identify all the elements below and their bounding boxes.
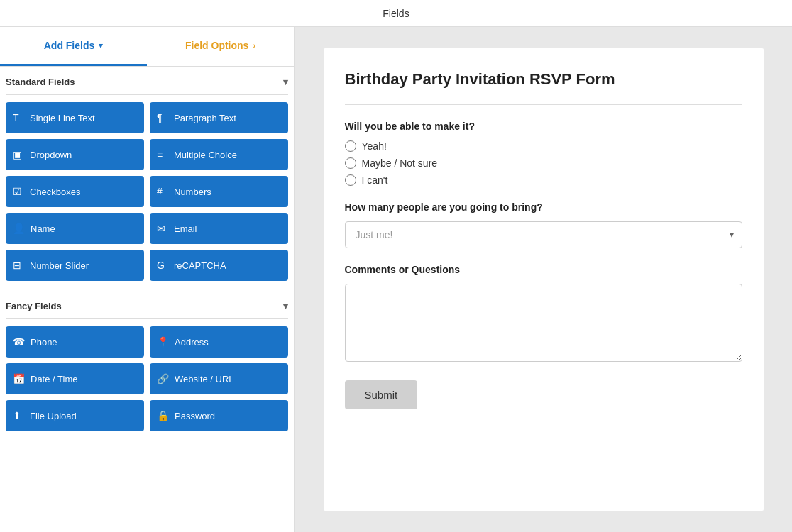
radio-cant[interactable] (345, 174, 356, 186)
fancy-fields-label: Fancy Fields (6, 301, 62, 311)
panel-tabs: Add Fields ▾ Field Options › (0, 27, 294, 67)
slider-icon: ⊟ (13, 260, 24, 271)
top-bar: Fields (0, 0, 792, 27)
tab-field-options[interactable]: Field Options › (147, 27, 294, 66)
field-website-url[interactable]: 🔗 Website / URL (150, 363, 288, 394)
field-password[interactable]: 🔒 Password (150, 400, 288, 431)
option-maybe-label: Maybe / Not sure (362, 157, 438, 169)
field-paragraph-text-label: Paragraph Text (174, 113, 236, 123)
multiplechoice-icon: ≡ (157, 149, 168, 160)
form-divider (345, 104, 742, 105)
fancy-fields-divider (6, 318, 288, 319)
question2-select-wrapper: Just me! 1 extra 2 extra 3 extra 4+ extr… (345, 221, 742, 248)
option-yeah[interactable]: Yeah! (345, 140, 742, 152)
question1-radio-group: Yeah! Maybe / Not sure I can't (345, 140, 742, 186)
standard-fields-grid: T Single Line Text ¶ Paragraph Text ▣ Dr… (0, 102, 294, 291)
field-number-slider-label: Number Slider (30, 260, 89, 271)
radio-yeah[interactable] (345, 140, 356, 152)
tab-field-options-label: Field Options (185, 40, 248, 51)
field-multiple-choice-label: Multiple Choice (174, 150, 237, 160)
question1-label: Will you be able to make it? (345, 121, 742, 132)
standard-fields-divider (6, 94, 288, 95)
address-icon: 📍 (157, 336, 169, 348)
field-multiple-choice[interactable]: ≡ Multiple Choice (150, 139, 288, 170)
field-phone[interactable]: ☎ Phone (6, 326, 144, 358)
dropdown-icon: ▣ (13, 149, 24, 160)
field-file-upload[interactable]: ⬆ File Upload (6, 400, 144, 431)
field-address[interactable]: 📍 Address (150, 326, 288, 358)
form-title: Birthday Party Invitation RSVP Form (345, 70, 742, 90)
field-email[interactable]: ✉ Email (150, 213, 288, 244)
standard-fields-label: Standard Fields (6, 77, 75, 87)
question3-label: Comments or Questions (345, 264, 742, 275)
field-datetime-label: Date / Time (31, 374, 77, 384)
field-number-slider[interactable]: ⊟ Number Slider (6, 250, 144, 281)
tab-add-fields-label: Add Fields (44, 40, 95, 51)
radio-maybe[interactable] (345, 157, 356, 169)
phone-icon: ☎ (13, 336, 25, 348)
email-icon: ✉ (157, 223, 168, 234)
password-icon: 🔒 (157, 410, 169, 421)
text-icon: T (13, 112, 24, 123)
main-layout: Add Fields ▾ Field Options › Standard Fi… (0, 27, 792, 532)
field-name[interactable]: 👤 Name (6, 213, 144, 244)
field-numbers[interactable]: # Numbers (150, 176, 288, 207)
field-checkboxes[interactable]: ☑ Checkboxes (6, 176, 144, 207)
paragraph-icon: ¶ (157, 112, 168, 123)
field-file-upload-label: File Upload (30, 411, 77, 421)
tab-field-options-chevron: › (253, 41, 255, 50)
field-datetime[interactable]: 📅 Date / Time (6, 363, 144, 394)
option-yeah-label: Yeah! (362, 140, 387, 152)
tab-add-fields[interactable]: Add Fields ▾ (0, 27, 147, 66)
field-phone-label: Phone (31, 337, 57, 348)
option-maybe[interactable]: Maybe / Not sure (345, 157, 742, 169)
left-panel: Add Fields ▾ Field Options › Standard Fi… (0, 27, 295, 532)
field-single-line-text-label: Single Line Text (30, 113, 95, 123)
option-cant-label: I can't (362, 174, 388, 186)
field-name-label: Name (31, 223, 55, 234)
name-icon: 👤 (13, 223, 25, 234)
fancy-fields-header[interactable]: Fancy Fields ▾ (0, 291, 294, 318)
top-bar-title: Fields (383, 8, 409, 19)
field-recaptcha-label: reCAPTCHA (174, 260, 226, 271)
url-icon: 🔗 (157, 373, 169, 384)
field-numbers-label: Numbers (174, 187, 211, 197)
field-paragraph-text[interactable]: ¶ Paragraph Text (150, 102, 288, 133)
field-checkboxes-label: Checkboxes (30, 187, 81, 197)
field-single-line-text[interactable]: T Single Line Text (6, 102, 144, 133)
standard-fields-chevron: ▾ (283, 77, 288, 87)
question2-select[interactable]: Just me! 1 extra 2 extra 3 extra 4+ extr… (345, 221, 742, 248)
form-card: Birthday Party Invitation RSVP Form Will… (324, 48, 764, 511)
comments-textarea[interactable] (345, 284, 742, 362)
field-address-label: Address (175, 337, 209, 348)
field-email-label: Email (174, 223, 197, 234)
fileupload-icon: ⬆ (13, 410, 24, 421)
field-website-url-label: Website / URL (175, 374, 234, 384)
standard-fields-header[interactable]: Standard Fields ▾ (0, 67, 294, 94)
fancy-fields-grid: ☎ Phone 📍 Address 📅 Date / Time 🔗 Websit… (0, 326, 294, 441)
option-cant[interactable]: I can't (345, 174, 742, 186)
field-dropdown-label: Dropdown (30, 150, 72, 160)
field-password-label: Password (175, 411, 215, 421)
right-panel: Birthday Party Invitation RSVP Form Will… (295, 27, 792, 532)
numbers-icon: # (157, 186, 168, 197)
tab-add-fields-chevron: ▾ (99, 41, 103, 50)
fancy-fields-chevron: ▾ (283, 301, 288, 311)
field-recaptcha[interactable]: G reCAPTCHA (150, 250, 288, 281)
field-dropdown[interactable]: ▣ Dropdown (6, 139, 144, 170)
recaptcha-icon: G (157, 260, 168, 271)
checkboxes-icon: ☑ (13, 186, 24, 197)
datetime-icon: 📅 (13, 373, 25, 384)
submit-button[interactable]: Submit (345, 380, 418, 409)
question2-label: How many people are you going to bring? (345, 201, 742, 213)
